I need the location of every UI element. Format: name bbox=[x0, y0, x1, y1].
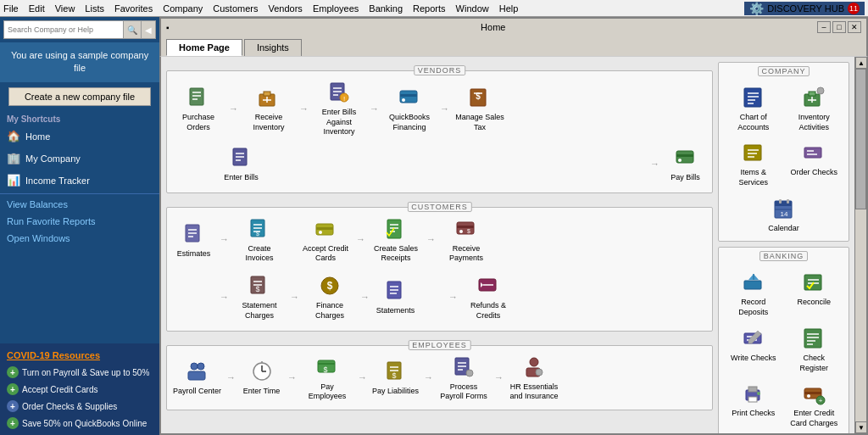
sidebar-open-windows[interactable]: Open Windows bbox=[0, 230, 159, 247]
menu-customers[interactable]: Customers bbox=[213, 3, 258, 14]
statement-charges-item[interactable]: $ Statement Charges bbox=[231, 270, 287, 323]
estimates-item[interactable]: Estimates bbox=[170, 218, 217, 262]
discovery-hub[interactable]: ⚙️ DISCOVERY HUB 11 bbox=[744, 2, 865, 15]
flow-area: VENDORS Purchase Orders → bbox=[166, 62, 713, 428]
statements-label: Statements bbox=[376, 306, 415, 316]
menu-favorites[interactable]: Favorites bbox=[114, 3, 153, 14]
home-icon: 🏠 bbox=[7, 130, 20, 143]
process-payroll-forms-item[interactable]: Process Payroll Forms bbox=[436, 351, 492, 404]
menu-edit[interactable]: Edit bbox=[29, 3, 45, 14]
accept-credit-cards-label: Accept Credit Cards bbox=[300, 244, 351, 264]
purchase-orders-item[interactable]: Purchase Orders bbox=[170, 81, 226, 135]
menu-company[interactable]: Company bbox=[163, 3, 203, 14]
menu-view[interactable]: View bbox=[55, 3, 75, 14]
svg-rect-101 bbox=[787, 199, 789, 204]
hr-essentials-item[interactable]: HR Essentials and Insurance bbox=[506, 351, 562, 404]
accept-credit-cards-item[interactable]: Accept Credit Cards bbox=[298, 213, 353, 266]
banking-section: BANKING Record Deposits bbox=[718, 247, 849, 433]
covid-item-0[interactable]: + Turn on Payroll & Save up to 50% bbox=[0, 364, 159, 381]
menu-help[interactable]: Help bbox=[499, 3, 519, 14]
menu-lists[interactable]: Lists bbox=[85, 3, 104, 14]
svg-point-38 bbox=[319, 231, 322, 234]
arrow-3: → bbox=[370, 103, 379, 114]
manage-sales-tax-item[interactable]: $ Manage Sales Tax bbox=[452, 81, 508, 135]
receive-inventory-item[interactable]: Receive Inventory bbox=[241, 81, 297, 135]
covid-item-1[interactable]: + Accept Credit Cards bbox=[0, 381, 159, 398]
create-company-button[interactable]: Create a new company file bbox=[8, 87, 151, 106]
svg-point-90 bbox=[817, 87, 824, 94]
scroll-down-button[interactable]: ▼ bbox=[855, 421, 867, 433]
close-button[interactable]: ✕ bbox=[848, 21, 861, 33]
svg-point-59 bbox=[191, 363, 198, 370]
menu-employees[interactable]: Employees bbox=[313, 3, 359, 14]
manage-sales-tax-icon: $ bbox=[466, 84, 493, 111]
vendors-row: Purchase Orders → Receive Inventory → bbox=[167, 71, 712, 142]
arrow-e1: → bbox=[226, 372, 236, 382]
print-checks-item[interactable]: Print Checks bbox=[724, 377, 783, 431]
write-checks-item[interactable]: Write Checks bbox=[724, 322, 783, 376]
inventory-activities-item[interactable]: Inventory Activities bbox=[785, 81, 844, 135]
search-input[interactable] bbox=[4, 24, 123, 36]
menu-window[interactable]: Window bbox=[456, 3, 489, 14]
calendar-item[interactable]: 14 Calendar bbox=[760, 192, 807, 237]
svg-point-80 bbox=[536, 369, 542, 376]
scroll-up-button[interactable]: ▲ bbox=[855, 57, 867, 69]
menu-reports[interactable]: Reports bbox=[413, 3, 446, 14]
menu-file[interactable]: File bbox=[3, 3, 19, 14]
pay-employees-item[interactable]: $ Pay Employees bbox=[299, 351, 355, 404]
covid-title[interactable]: COVID-19 Resources bbox=[0, 347, 159, 364]
pay-liabilities-item[interactable]: $ Pay Liabilities bbox=[370, 355, 421, 399]
menu-banking[interactable]: Banking bbox=[369, 3, 403, 14]
enter-time-item[interactable]: Enter Time bbox=[238, 355, 285, 399]
covid-section: COVID-19 Resources + Turn on Payroll & S… bbox=[0, 343, 159, 435]
check-register-item[interactable]: Check Register bbox=[785, 322, 844, 376]
enter-credit-card-charges-label: Enter Credit Card Charges bbox=[788, 409, 839, 428]
record-deposits-icon bbox=[740, 269, 767, 296]
order-checks-item[interactable]: Order Checks bbox=[785, 137, 844, 190]
arrow-c3: → bbox=[426, 234, 436, 244]
menu-vendors[interactable]: Vendors bbox=[269, 3, 303, 14]
reconcile-item[interactable]: Reconcile bbox=[785, 266, 844, 320]
tab-home-page[interactable]: Home Page bbox=[166, 39, 242, 56]
pay-bills-item[interactable]: Pay Bills bbox=[662, 142, 709, 186]
check-register-icon bbox=[800, 325, 827, 352]
hr-essentials-label: HR Essentials and Insurance bbox=[509, 382, 559, 402]
finance-charges-item[interactable]: $ Finance Charges bbox=[302, 270, 358, 323]
sidebar-item-my-company[interactable]: 🏢 My Company bbox=[0, 148, 159, 170]
enter-bills-inventory-item[interactable]: ! Enter Bills Against Inventory bbox=[311, 76, 367, 140]
receive-inventory-icon bbox=[255, 84, 282, 111]
sidebar-collapse-button[interactable]: ◀ bbox=[141, 21, 155, 38]
chart-of-accounts-item[interactable]: Chart of Accounts bbox=[724, 81, 783, 135]
covid-item-2[interactable]: + Order Checks & Supplies bbox=[0, 398, 159, 415]
scroll-thumb[interactable] bbox=[855, 69, 866, 209]
window-controls: – □ ✕ bbox=[817, 21, 861, 33]
sidebar-item-income-tracker[interactable]: 📊 Income Tracker bbox=[0, 170, 159, 192]
receive-payments-item[interactable]: $ Receive Payments bbox=[438, 213, 494, 266]
home-content: VENDORS Purchase Orders → bbox=[161, 57, 854, 433]
estimates-icon bbox=[181, 220, 208, 248]
tab-insights[interactable]: Insights bbox=[244, 39, 302, 56]
print-checks-icon bbox=[740, 380, 767, 407]
covid-item-3[interactable]: + Save 50% on QuickBooks Online bbox=[0, 415, 159, 432]
arrow-e5: → bbox=[494, 372, 504, 382]
svg-rect-5 bbox=[264, 92, 270, 96]
enter-credit-card-charges-item[interactable]: + Enter Credit Card Charges bbox=[785, 377, 844, 431]
sidebar-view-balances[interactable]: View Balances bbox=[0, 196, 159, 213]
sidebar-item-home[interactable]: 🏠 Home bbox=[0, 125, 159, 148]
arrow-4: → bbox=[440, 103, 449, 114]
pay-employees-label: Pay Employees bbox=[302, 382, 353, 402]
qb-financing-item[interactable]: QuickBooks Financing bbox=[381, 81, 437, 135]
items-services-item[interactable]: Items & Services bbox=[724, 137, 783, 190]
refunds-credits-item[interactable]: Refunds & Credits bbox=[460, 270, 516, 323]
create-invoices-label: Create Invoices bbox=[234, 244, 285, 264]
statements-item[interactable]: Statements bbox=[372, 275, 419, 319]
record-deposits-item[interactable]: Record Deposits bbox=[724, 266, 783, 320]
sidebar-run-reports[interactable]: Run Favorite Reports bbox=[0, 213, 159, 230]
create-invoices-item[interactable]: $ Create Invoices bbox=[231, 213, 287, 266]
maximize-button[interactable]: □ bbox=[832, 21, 846, 33]
payroll-center-item[interactable]: Payroll Center bbox=[170, 355, 224, 399]
minimize-button[interactable]: – bbox=[817, 21, 831, 33]
search-button[interactable]: 🔍 bbox=[123, 21, 141, 38]
enter-bills-item[interactable]: Enter Bills bbox=[218, 142, 264, 186]
create-sales-receipts-item[interactable]: Create Sales Receipts bbox=[368, 213, 424, 266]
